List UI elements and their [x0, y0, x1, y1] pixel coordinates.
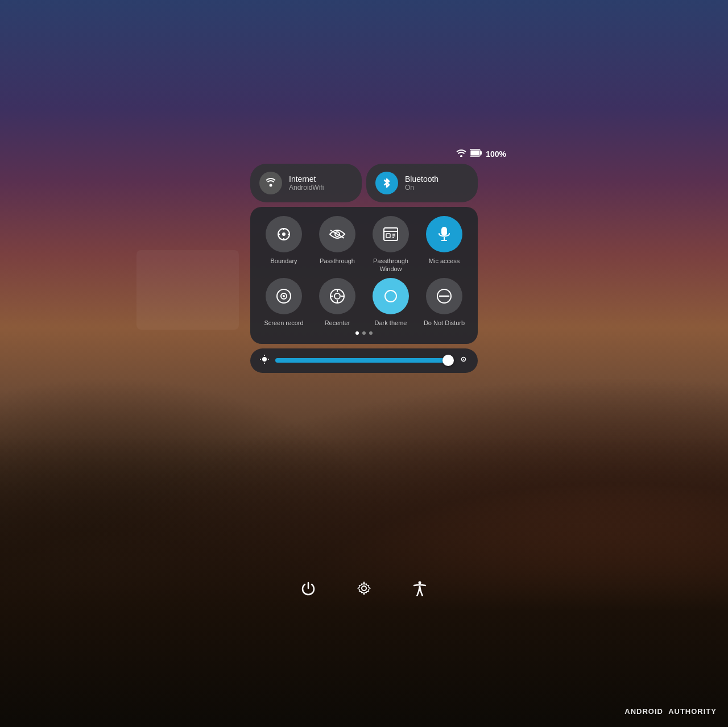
bluetooth-icon	[375, 172, 398, 194]
brightness-settings-icon[interactable]	[458, 354, 469, 367]
boundary-tile[interactable]: Boundary	[259, 216, 308, 273]
bluetooth-text: Bluetooth On	[405, 175, 439, 192]
internet-subtitle: AndroidWifi	[289, 184, 324, 192]
svg-rect-11	[386, 234, 390, 238]
tiles-grid: Boundary Passthrough	[259, 216, 469, 327]
ghost-window	[136, 250, 239, 330]
bluetooth-subtitle: On	[405, 184, 439, 192]
brightness-low-icon	[259, 354, 270, 367]
top-tiles-row: Internet AndroidWifi Bluetooth On	[250, 164, 478, 202]
boundary-icon	[266, 216, 302, 252]
svg-point-27	[385, 290, 396, 302]
svg-point-22	[334, 293, 340, 299]
bluetooth-title: Bluetooth	[405, 175, 439, 184]
internet-icon	[259, 172, 282, 194]
svg-point-30	[262, 357, 267, 362]
recenter-icon	[319, 278, 355, 314]
passthrough-icon	[319, 216, 355, 252]
mic-access-icon	[426, 216, 462, 252]
passthrough-window-icon	[373, 216, 409, 252]
watermark-prefix: Android	[624, 707, 663, 716]
recenter-label: Recenter	[325, 319, 350, 327]
svg-point-36	[463, 359, 464, 360]
svg-rect-15	[441, 227, 447, 236]
bottom-actions	[295, 575, 433, 602]
internet-title: Internet	[289, 175, 324, 184]
do-not-disturb-tile[interactable]: Do Not Disturb	[420, 278, 469, 327]
passthrough-window-tile[interactable]: Passthrough Window	[366, 216, 415, 273]
watermark: Android Authority	[624, 707, 717, 716]
recenter-tile[interactable]: Recenter	[313, 278, 362, 327]
dark-theme-label: Dark theme	[375, 319, 407, 327]
screen-record-tile[interactable]: Screen record	[259, 278, 308, 327]
dark-theme-icon	[373, 278, 409, 314]
mic-access-tile[interactable]: Mic access	[420, 216, 469, 273]
screen-record-label: Screen record	[264, 319, 303, 327]
svg-point-37	[362, 586, 366, 591]
grid-panel: Boundary Passthrough	[250, 207, 478, 344]
dot-3	[369, 331, 373, 335]
dot-2	[362, 331, 366, 335]
svg-point-0	[460, 155, 462, 157]
do-not-disturb-label: Do Not Disturb	[424, 319, 465, 327]
passthrough-label: Passthrough	[320, 257, 355, 265]
pagination-dots	[259, 331, 469, 335]
internet-text: Internet AndroidWifi	[289, 175, 324, 192]
accessibility-button[interactable]	[406, 575, 433, 602]
internet-tile[interactable]: Internet AndroidWifi	[250, 164, 362, 202]
battery-icon	[470, 149, 482, 159]
brightness-slider[interactable]	[275, 358, 453, 363]
brightness-container	[250, 348, 478, 373]
screen-record-icon	[266, 278, 302, 314]
do-not-disturb-icon	[426, 278, 462, 314]
svg-rect-2	[471, 151, 479, 156]
wifi-icon	[456, 149, 466, 159]
boundary-label: Boundary	[270, 257, 297, 265]
passthrough-tile[interactable]: Passthrough	[313, 216, 362, 273]
mic-access-label: Mic access	[429, 257, 460, 265]
svg-point-6	[282, 232, 286, 236]
dark-theme-tile[interactable]: Dark theme	[366, 278, 415, 327]
passthrough-window-label: Passthrough Window	[366, 257, 415, 273]
svg-point-4	[270, 184, 272, 187]
power-button[interactable]	[295, 575, 322, 602]
quick-settings-panel: Internet AndroidWifi Bluetooth On	[250, 164, 478, 373]
dot-1	[355, 331, 359, 335]
settings-button[interactable]	[350, 575, 378, 602]
svg-point-20	[283, 295, 285, 297]
watermark-suffix: Authority	[668, 707, 717, 716]
bluetooth-tile[interactable]: Bluetooth On	[366, 164, 478, 202]
svg-point-38	[419, 581, 421, 584]
svg-rect-3	[480, 151, 482, 155]
battery-percentage: 100%	[486, 149, 506, 159]
status-bar: 100%	[456, 149, 506, 159]
